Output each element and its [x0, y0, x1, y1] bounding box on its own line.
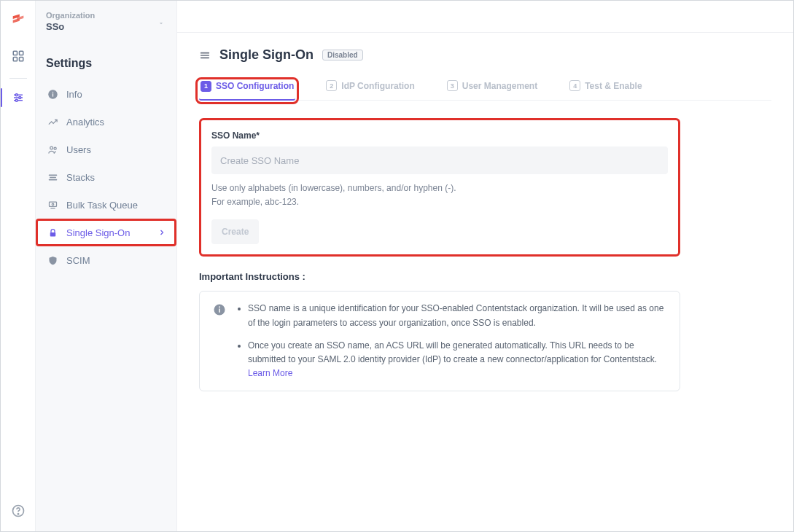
instructions-list: SSO name is a unique identification for … — [236, 302, 666, 380]
info-icon — [46, 87, 59, 101]
settings-sidebar: Organization SSo Settings Info Analytics — [36, 1, 177, 531]
step-number: 3 — [447, 80, 458, 91]
sso-name-input[interactable] — [211, 146, 668, 174]
step-label: Test & Enable — [585, 81, 642, 91]
sidebar-item-label: Bulk Task Queue — [66, 200, 138, 211]
sidebar-item-bulk-task-queue[interactable]: Bulk Task Queue — [36, 191, 176, 219]
page-header: Single Sign-On Disabled — [199, 47, 771, 63]
svg-rect-1 — [19, 51, 23, 55]
topbar — [177, 1, 793, 33]
sidebar-item-label: SCIM — [66, 255, 90, 266]
org-name: SSo — [46, 21, 166, 32]
step-sso-configuration[interactable]: 1 SSO Configuration — [199, 81, 295, 101]
instructions-box: SSO name is a unique identification for … — [199, 291, 680, 391]
sidebar-item-scim[interactable]: SCIM — [36, 246, 176, 274]
svg-rect-22 — [50, 232, 55, 236]
sso-name-label: SSO Name* — [211, 130, 668, 141]
shield-icon — [46, 254, 59, 267]
learn-more-link[interactable]: Learn More — [248, 368, 292, 378]
sidebar-item-analytics[interactable]: Analytics — [36, 108, 176, 136]
svg-rect-2 — [13, 58, 17, 61]
svg-rect-3 — [19, 58, 23, 61]
svg-point-11 — [17, 514, 18, 515]
svg-rect-27 — [219, 309, 220, 313]
svg-point-28 — [219, 307, 220, 308]
rail-item-dashboard[interactable] — [7, 44, 30, 68]
users-icon — [46, 143, 59, 156]
step-label: IdP Configuration — [341, 81, 414, 91]
sidebar-title: Settings — [36, 57, 176, 80]
instruction-item: SSO name is a unique identification for … — [248, 302, 666, 329]
menu-icon[interactable] — [199, 50, 211, 61]
svg-point-8 — [18, 97, 20, 99]
sidebar-item-label: Analytics — [66, 117, 104, 128]
step-user-management[interactable]: 3 User Management — [445, 80, 539, 100]
sidebar-item-users[interactable]: Users — [36, 136, 176, 163]
helper-line: Use only alphabets (in lowercase), numbe… — [211, 181, 668, 195]
svg-point-9 — [15, 99, 17, 101]
help-icon[interactable] — [11, 504, 26, 518]
wizard-steps: 1 SSO Configuration 2 IdP Configuration … — [199, 80, 771, 101]
sidebar-item-single-sign-on[interactable]: Single Sign-On — [36, 219, 176, 246]
sidebar-item-label: Single Sign-On — [66, 227, 130, 238]
sidebar-item-stacks[interactable]: Stacks — [36, 163, 176, 191]
instruction-item: Once you create an SSO name, an ACS URL … — [248, 339, 666, 381]
svg-rect-13 — [52, 93, 52, 96]
rail-item-settings[interactable] — [7, 86, 30, 109]
main-content: Single Sign-On Disabled 1 SSO Configurat… — [177, 1, 793, 531]
sidebar-item-label: Info — [66, 89, 82, 100]
instruction-text: Once you create an SSO name, an ACS URL … — [248, 340, 657, 364]
svg-point-21 — [52, 203, 54, 206]
sidebar-item-info[interactable]: Info — [36, 80, 176, 108]
sso-name-helper: Use only alphabets (in lowercase), numbe… — [211, 181, 668, 209]
step-label: SSO Configuration — [216, 81, 294, 91]
org-label: Organization — [46, 11, 166, 20]
helper-line: For example, abc-123. — [211, 195, 668, 209]
info-icon — [213, 303, 226, 316]
chevron-right-icon — [157, 228, 166, 237]
sidebar-item-label: Stacks — [66, 172, 95, 183]
queue-icon — [46, 198, 59, 211]
sso-config-form: SSO Name* Use only alphabets (in lowerca… — [199, 118, 680, 257]
svg-point-7 — [15, 94, 17, 96]
org-switcher[interactable]: Organization SSo — [36, 1, 176, 38]
page-title: Single Sign-On — [219, 47, 314, 63]
step-label: User Management — [462, 81, 537, 91]
step-idp-configuration[interactable]: 2 IdP Configuration — [324, 80, 416, 100]
svg-point-14 — [52, 91, 53, 93]
settings-section: Settings Info Analytics Users — [36, 38, 176, 274]
instructions-title: Important Instructions : — [199, 271, 771, 282]
left-rail — [1, 1, 36, 531]
svg-point-16 — [54, 147, 56, 149]
svg-rect-0 — [13, 51, 17, 55]
step-number: 2 — [326, 80, 337, 91]
svg-rect-20 — [49, 202, 56, 206]
step-test-enable[interactable]: 4 Test & Enable — [568, 80, 643, 100]
analytics-icon — [46, 115, 59, 128]
step-number: 4 — [569, 80, 580, 91]
brand-logo — [10, 11, 26, 27]
stacks-icon — [46, 171, 59, 184]
lock-icon — [46, 226, 59, 239]
chevron-down-icon — [157, 20, 165, 27]
rail-divider — [9, 78, 27, 79]
status-badge: Disabled — [322, 50, 363, 60]
sidebar-item-label: Users — [66, 144, 91, 155]
svg-point-15 — [50, 146, 52, 149]
step-number: 1 — [201, 81, 211, 92]
create-button[interactable]: Create — [211, 219, 259, 244]
